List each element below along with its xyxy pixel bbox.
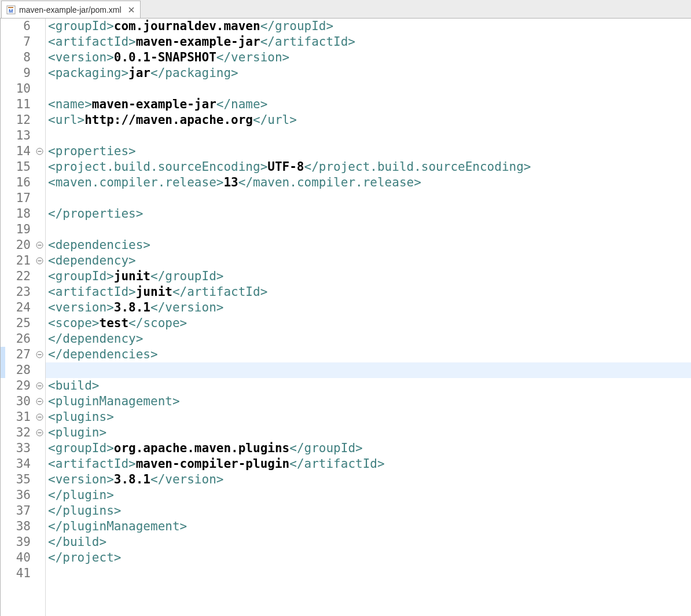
line-number[interactable]: 16	[5, 175, 34, 190]
code-line[interactable]: </dependency>	[46, 331, 691, 347]
code-line[interactable]: <packaging>jar</packaging>	[46, 65, 691, 81]
code-line[interactable]	[46, 128, 691, 144]
change-marker	[1, 97, 5, 112]
line-number[interactable]: 13	[5, 128, 34, 144]
change-marker	[1, 284, 5, 300]
line-number[interactable]: 40	[5, 550, 34, 566]
line-number[interactable]: 39	[5, 534, 34, 550]
code-line[interactable]: <scope>test</scope>	[46, 316, 691, 331]
line-number[interactable]: 29	[5, 378, 34, 394]
line-number[interactable]: 30	[5, 394, 34, 409]
code-line[interactable]: <groupId>junit</groupId>	[46, 269, 691, 284]
code-line[interactable]	[46, 81, 691, 97]
line-number[interactable]: 7	[5, 34, 34, 50]
change-marker	[1, 425, 5, 441]
code-line[interactable]: </properties>	[46, 206, 691, 222]
line-number[interactable]: 21	[5, 253, 34, 269]
line-number[interactable]: 25	[5, 316, 34, 331]
code-line[interactable]: <properties>	[46, 144, 691, 159]
change-marker	[1, 206, 5, 222]
code-line[interactable]: <name>maven-example-jar</name>	[46, 97, 691, 112]
code-line[interactable]: </build>	[46, 534, 691, 550]
close-icon[interactable]	[127, 6, 135, 14]
code-line[interactable]	[46, 222, 691, 237]
code-line[interactable]: </plugin>	[46, 487, 691, 503]
line-number[interactable]: 15	[5, 159, 34, 175]
line-number[interactable]: 24	[5, 300, 34, 316]
code-editor[interactable]: 6789101112131415161718192021222324252627…	[0, 19, 691, 616]
line-number[interactable]: 37	[5, 503, 34, 519]
fold-toggle-icon[interactable]	[36, 241, 43, 249]
line-number[interactable]: 10	[5, 81, 34, 97]
code-area[interactable]: <groupId>com.journaldev.maven</groupId> …	[46, 19, 691, 616]
fold-cell	[35, 175, 45, 190]
code-line[interactable]: <artifactId>junit</artifactId>	[46, 284, 691, 300]
line-number[interactable]: 26	[5, 331, 34, 347]
line-number[interactable]: 36	[5, 487, 34, 503]
line-number[interactable]: 20	[5, 237, 34, 253]
code-line[interactable]: <build>	[46, 378, 691, 394]
code-line[interactable]: </dependencies>	[46, 347, 691, 362]
code-line[interactable]: <version>3.8.1</version>	[46, 300, 691, 316]
code-line[interactable]: <plugin>	[46, 425, 691, 441]
code-line[interactable]: <version>0.0.1-SNAPSHOT</version>	[46, 50, 691, 65]
line-number[interactable]: 34	[5, 456, 34, 472]
code-line[interactable]: <maven.compiler.release>13</maven.compil…	[46, 175, 691, 190]
code-line[interactable]: </pluginManagement>	[46, 519, 691, 534]
line-number[interactable]: 38	[5, 519, 34, 534]
code-line[interactable]	[46, 190, 691, 206]
line-number[interactable]: 32	[5, 425, 34, 441]
fold-cell	[35, 112, 45, 128]
code-line[interactable]: <dependency>	[46, 253, 691, 269]
fold-cell	[35, 425, 45, 441]
fold-cell	[35, 159, 45, 175]
code-line[interactable]: <version>3.8.1</version>	[46, 472, 691, 487]
line-number[interactable]: 33	[5, 441, 34, 456]
fold-toggle-icon[interactable]	[36, 257, 43, 265]
line-number[interactable]: 12	[5, 112, 34, 128]
line-number[interactable]: 11	[5, 97, 34, 112]
fold-toggle-icon[interactable]	[36, 413, 43, 421]
code-line[interactable]: <groupId>com.journaldev.maven</groupId>	[46, 19, 691, 34]
line-number[interactable]: 17	[5, 190, 34, 206]
line-number[interactable]: 31	[5, 409, 34, 425]
code-line[interactable]: <project.build.sourceEncoding>UTF-8</pro…	[46, 159, 691, 175]
code-line[interactable]: <pluginManagement>	[46, 394, 691, 409]
fold-toggle-icon[interactable]	[36, 351, 43, 358]
code-line[interactable]: </project>	[46, 550, 691, 566]
line-number[interactable]: 18	[5, 206, 34, 222]
line-number[interactable]: 19	[5, 222, 34, 237]
code-line[interactable]: <plugins>	[46, 409, 691, 425]
change-marker	[1, 300, 5, 316]
code-line[interactable]: <groupId>org.apache.maven.plugins</group…	[46, 441, 691, 456]
fold-cell	[35, 237, 45, 253]
fold-cell	[35, 128, 45, 144]
line-number[interactable]: 28	[5, 362, 34, 378]
code-line[interactable]	[46, 362, 691, 378]
line-number[interactable]: 35	[5, 472, 34, 487]
line-number[interactable]: 8	[5, 50, 34, 65]
change-marker	[1, 190, 5, 206]
line-number[interactable]: 41	[5, 566, 34, 581]
code-line[interactable]: <artifactId>maven-example-jar</artifactI…	[46, 34, 691, 50]
code-line[interactable]: <artifactId>maven-compiler-plugin</artif…	[46, 456, 691, 472]
fold-toggle-icon[interactable]	[36, 429, 43, 437]
fold-cell	[35, 378, 45, 394]
line-number[interactable]: 22	[5, 269, 34, 284]
line-number[interactable]: 14	[5, 144, 34, 159]
line-number[interactable]: 6	[5, 19, 34, 34]
fold-toggle-icon[interactable]	[36, 148, 43, 155]
change-marker	[1, 456, 5, 472]
code-line[interactable]: <dependencies>	[46, 237, 691, 253]
line-number[interactable]: 9	[5, 65, 34, 81]
line-number[interactable]: 27	[5, 347, 34, 362]
fold-cell	[35, 50, 45, 65]
editor-tab[interactable]: M maven-example-jar/pom.xml	[1, 1, 141, 18]
code-line[interactable]: </plugins>	[46, 503, 691, 519]
change-marker	[1, 487, 5, 503]
fold-toggle-icon[interactable]	[36, 398, 43, 405]
line-number[interactable]: 23	[5, 284, 34, 300]
code-line[interactable]	[46, 566, 691, 581]
code-line[interactable]: <url>http://maven.apache.org</url>	[46, 112, 691, 128]
fold-toggle-icon[interactable]	[36, 382, 43, 390]
